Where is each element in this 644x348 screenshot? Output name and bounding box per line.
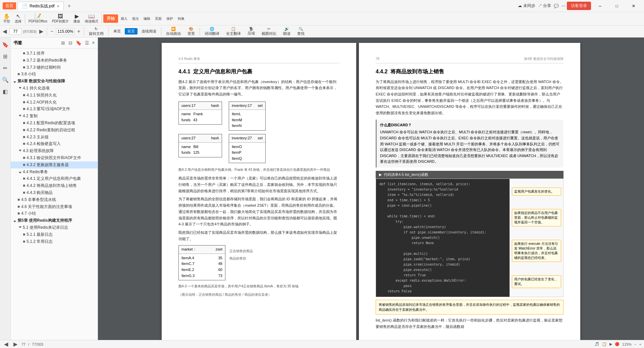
status-page: 77 [21, 342, 25, 346]
set-label: set [258, 103, 263, 109]
sidebar-item-432[interactable]: ■4.3.2 更换故障主服务器 ↓ [11, 161, 98, 168]
sidebar-more-button[interactable]: ☰ [84, 40, 91, 46]
next-page-button[interactable]: ▶ [38, 27, 45, 35]
maximize-button[interactable]: □ [609, 0, 625, 12]
sidebar-item-431[interactable]: ■4.3.1 验证快照文件和AOF文件 [11, 154, 98, 161]
pdf-to-image-button[interactable]: 🖼 PDF转图片 [50, 13, 71, 24]
figure-4-3: market： zset ItemA.435 ItemC.748 ItemE.2… [178, 245, 339, 280]
section-441-para2: 商品买卖市场的需求非常简单：一个用户（卖家）可以将自己的商品按照给定的价格放到市… [178, 175, 339, 194]
sidebar-item-51[interactable]: 5.1 使用Redis来记录日志 [11, 224, 98, 231]
hand-tool-button[interactable]: ✋ 手型 [1, 13, 12, 24]
double-page-button[interactable]: 双页 [125, 28, 138, 34]
bookmark-sidebar-icon[interactable]: 🔖 [1, 40, 10, 49]
sidebar-item-511[interactable]: ■5.1.1 最新日志 [11, 231, 98, 238]
sidebar-item-46[interactable]: ■4.6 关于性能方面的注意事项 [11, 203, 98, 210]
code-line-10: pipe.unwatch() [379, 235, 506, 240]
pdf-tab[interactable]: 📄 Redis实战.pdf ✕ [17, 2, 64, 10]
convert-button[interactable]: 转换 [176, 16, 186, 22]
sidebar-expand-button[interactable]: ⊞ [60, 40, 66, 46]
compress-button[interactable]: 🗜 压缩 [245, 26, 258, 37]
minimize-button[interactable]: ─ [592, 0, 608, 12]
status-zoom-in[interactable]: + [639, 342, 641, 346]
item-l: ItemL [232, 111, 263, 117]
sidebar-item-372[interactable]: ■3.7.2 基本的Redis事务 [11, 57, 98, 64]
select-tool-button[interactable]: ↖ 选择 [13, 13, 23, 24]
word-translate-button[interactable]: 🌐 词词翻译 [202, 26, 222, 37]
sidebar-item-41[interactable]: 4.1 持久化选项 [11, 85, 98, 92]
sidebar-item-411[interactable]: ■4.1.1 快照持久化 [11, 92, 98, 99]
visit-login-button[interactable]: 访客登录 [567, 2, 591, 10]
new-tab-button[interactable]: + [65, 2, 73, 10]
sidebar-item-38[interactable]: ■3.8 小结 [11, 71, 98, 78]
sidebar-item-373[interactable]: ■3.7.3 键的过期时间 [11, 64, 98, 71]
pdf-view-area[interactable]: 4.4 Redis 事务 4.4.1 定义用户信息和用户包裹 图4-2 展示了游… [98, 38, 644, 340]
annotation-sidebar-icon[interactable]: ✏ [2, 64, 9, 73]
rotate-button[interactable]: ↻ 旋转文档 [86, 26, 106, 37]
read-mode-button[interactable]: 📖 阅读模式 [83, 13, 100, 24]
sidebar-bookmark-button[interactable]: 🔖 [74, 40, 83, 46]
search-button[interactable]: 🔍 查找 [294, 26, 307, 37]
status-zoom: 115% [622, 342, 632, 346]
hash-label: hash [211, 103, 219, 109]
full-translate-button[interactable]: 📋 全文翻译 [223, 26, 244, 37]
pdf-to-office-button[interactable]: 📝 PDF转Office [26, 13, 49, 24]
page-input[interactable] [9, 28, 21, 35]
sidebar-item-412[interactable]: ■4.1.2 AOF持久化 [11, 99, 98, 106]
page-header-right: 78 第4章 数据安全与性能保障 [376, 56, 564, 63]
code-annotations: 监视用户包裹发生的变化。 如果指定的商品不在用户包裹里面，那么终止对包裹键的监视… [509, 179, 563, 297]
sidebar-item-371[interactable]: ■3.7.1 排序 [11, 50, 98, 57]
page-header-left: 4.4 Redis 事务 [178, 56, 339, 63]
sidebar-item-ch4[interactable]: 第4章 数据安全与性能保障 [11, 78, 98, 85]
prev-page-button[interactable]: ◀ [1, 27, 8, 35]
continuous-button[interactable]: 连续阅读 [139, 28, 159, 34]
thumbnail-sidebar-icon[interactable]: ⊞ [2, 52, 9, 61]
sidebar-collapse-button[interactable]: ⊟ [67, 40, 74, 46]
zoom-out-button[interactable]: − [49, 28, 55, 35]
close-button[interactable]: ✕ [626, 0, 641, 12]
more-icon[interactable]: ⋯ [561, 4, 566, 8]
status-prev-button[interactable]: ◀ [3, 340, 9, 348]
background-button[interactable]: 🎨 背景 [185, 26, 198, 37]
screenshot-button[interactable]: ✂ 截图对比 [259, 26, 279, 37]
sidebar-item-441[interactable]: ■4.4.1 定义用户信息和用户包裹 [11, 175, 98, 182]
sidebar-item-442[interactable]: ■4.4.2 将商品放到市场上销售 [11, 182, 98, 189]
inventory17-label: inventory:17 [232, 103, 252, 109]
play-button[interactable]: ▶ 播放 [71, 13, 82, 24]
home-button[interactable]: 首页 [3, 2, 16, 9]
code-line-18: pass [379, 283, 506, 289]
search-sidebar-icon[interactable]: 🔍 [1, 75, 10, 84]
read-aloud-button[interactable]: 🔊 朗读 [280, 26, 293, 37]
batch-button[interactable]: 批注 [130, 16, 141, 22]
protect-button[interactable]: 保护 [164, 16, 175, 22]
sidebar-item-45[interactable]: ■4.5 非事务型流水线 [11, 196, 98, 203]
sidebar-item-443[interactable]: ■4.4.3 购买物品 [11, 189, 98, 196]
layers-sidebar-icon[interactable]: ◧ [1, 87, 9, 96]
zoom-input[interactable] [56, 28, 74, 35]
sidebar-item-424[interactable]: ■4.2.4 检验硬盘写入 [11, 140, 98, 147]
sidebar-close-button[interactable]: × [92, 40, 95, 46]
sidebar-item-44[interactable]: 4.4 Redis事务 [11, 168, 98, 176]
auto-flow-button[interactable]: ⏩ 自动跳动 [163, 26, 183, 37]
page-button[interactable]: 页面 [153, 16, 164, 22]
status-zoom-out[interactable]: − [634, 342, 636, 346]
sidebar-item-47[interactable]: ■4.7 小结 [11, 210, 98, 217]
zoom-in-button[interactable]: + [76, 28, 82, 35]
share-button[interactable]: ↗ 分享 [538, 3, 551, 9]
sidebar-item-423[interactable]: ■4.2.3 主从链 [11, 134, 98, 141]
edit-button[interactable]: 编辑 [142, 16, 152, 22]
single-page-button[interactable]: 单页 [111, 28, 123, 34]
tab-close-button[interactable]: ✕ [57, 4, 59, 8]
status-next-button[interactable]: ▶ [12, 340, 19, 348]
insert-button[interactable]: 插入 [119, 16, 129, 22]
sidebar-item-422[interactable]: ■4.2.2 Redis复制的启动过程 [11, 127, 98, 134]
sidebar-item-421[interactable]: ■4.2.1 配置Redis的配置选项 [11, 120, 98, 127]
translate-icon: 🌐 [210, 27, 214, 31]
sidebar-item-42[interactable]: 4.2 复制 [11, 113, 98, 120]
sidebar-item-ch5[interactable]: 第5章 使用Redis构建支持程序 [11, 217, 98, 224]
sidebar-item-43[interactable]: 4.3 处理系统故障 [11, 147, 98, 154]
sidebar-item-512[interactable]: ■5.1.2 常用日志 [11, 238, 98, 245]
sidebar-item-413[interactable]: ■4.1.3 重写/压缩AOF文件 [11, 106, 98, 113]
image-icon: 🖼 [58, 14, 63, 19]
start-button[interactable]: 开始 [103, 14, 118, 23]
item-e2-price: 60 [218, 267, 222, 273]
